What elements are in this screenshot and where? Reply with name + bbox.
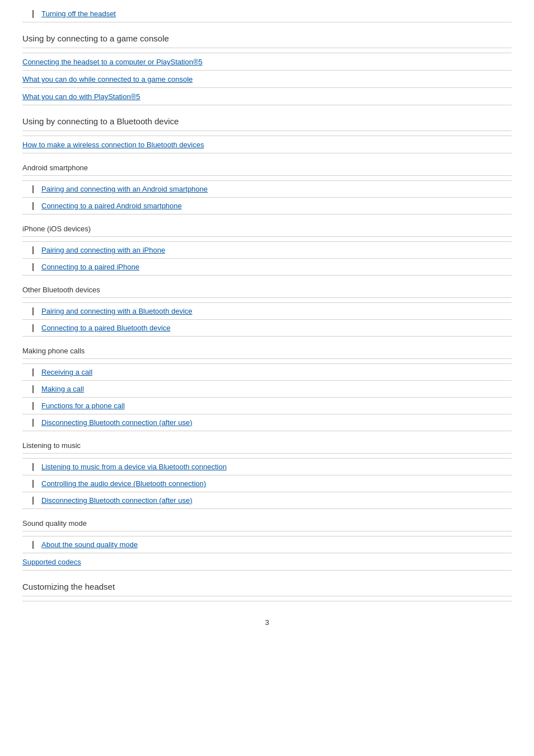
indent-marker-bt-connect — [32, 324, 38, 332]
turning-off-headset-link[interactable]: Turning off the headset — [41, 10, 116, 18]
indent-marker-making — [32, 385, 38, 393]
bluetooth-label: Using by connecting to a Bluetooth devic… — [22, 111, 512, 131]
game-console-do-row: What you can do while connected to a gam… — [22, 71, 512, 88]
control-audio-row: Controlling the audio device (Bluetooth … — [22, 475, 512, 492]
receiving-call-row: Receiving a call — [22, 364, 512, 381]
other-bt-label: Other Bluetooth devices — [22, 281, 512, 298]
bt-pair-link[interactable]: Pairing and connecting with a Bluetooth … — [41, 307, 193, 315]
phone-calls-label: Making phone calls — [22, 342, 512, 359]
bt-connect-row: Connecting to a paired Bluetooth device — [22, 320, 512, 337]
android-subsection: Android smartphone — [22, 153, 512, 181]
indent-marker-disconnect-music — [32, 497, 38, 505]
indent-marker — [32, 10, 38, 18]
indent-marker-iphone-connect — [32, 263, 38, 271]
top-indented-item: Turning off the headset — [22, 6, 512, 22]
sound-quality-about-row: About the sound quality mode — [22, 536, 512, 553]
disconnect-bt-phone-row: Disconnecting Bluetooth connection (afte… — [22, 414, 512, 431]
iphone-connect-row: Connecting to a paired iPhone — [22, 259, 512, 276]
iphone-pair-link[interactable]: Pairing and connecting with an iPhone — [41, 246, 165, 254]
indent-marker-disconnect-phone — [32, 419, 38, 427]
indent-marker-android-pair — [32, 185, 38, 193]
indent-marker-receiving — [32, 368, 38, 376]
indent-marker-bt-pair — [32, 307, 38, 315]
indent-marker-music-bt — [32, 463, 38, 471]
iphone-pair-row: Pairing and connecting with an iPhone — [22, 242, 512, 259]
receiving-call-link[interactable]: Receiving a call — [41, 368, 92, 376]
making-call-link[interactable]: Making a call — [41, 385, 84, 393]
music-bt-link[interactable]: Listening to music from a device via Blu… — [41, 463, 227, 471]
toc-list: Turning off the headset Using by connect… — [22, 6, 512, 601]
ps5-do-link[interactable]: What you can do with PlayStation®5 — [22, 92, 140, 101]
customizing-label: Customizing the headset — [22, 576, 512, 596]
other-bt-subsection: Other Bluetooth devices — [22, 276, 512, 303]
indent-marker-functions — [32, 402, 38, 410]
wireless-bluetooth-row: How to make a wireless connection to Blu… — [22, 136, 512, 153]
android-pair-row: Pairing and connecting with an Android s… — [22, 181, 512, 198]
disconnect-bt-phone-link[interactable]: Disconnecting Bluetooth connection (afte… — [41, 418, 193, 427]
bt-connect-link[interactable]: Connecting to a paired Bluetooth device — [41, 324, 171, 332]
disconnect-bt-music-row: Disconnecting Bluetooth connection (afte… — [22, 492, 512, 509]
ps5-connect-link[interactable]: Connecting the headset to a computer or … — [22, 58, 203, 66]
ps5-do-row: What you can do with PlayStation®5 — [22, 88, 512, 105]
android-pair-link[interactable]: Pairing and connecting with an Android s… — [41, 185, 208, 193]
sound-quality-label: Sound quality mode — [22, 515, 512, 531]
music-subsection: Listening to music — [22, 431, 512, 459]
bt-pair-row: Pairing and connecting with a Bluetooth … — [22, 303, 512, 320]
iphone-label: iPhone (iOS devices) — [22, 220, 512, 237]
page-container: Turning off the headset Using by connect… — [0, 0, 534, 649]
iphone-subsection: iPhone (iOS devices) — [22, 214, 512, 242]
indent-marker-iphone-pair — [32, 246, 38, 254]
android-label: Android smartphone — [22, 159, 512, 176]
indent-marker-sound-quality — [32, 541, 38, 549]
sound-quality-subsection: Sound quality mode — [22, 509, 512, 536]
music-label: Listening to music — [22, 437, 512, 454]
control-audio-link[interactable]: Controlling the audio device (Bluetooth … — [41, 479, 206, 488]
game-console-section-header: Using by connecting to a game console — [22, 22, 512, 53]
functions-call-link[interactable]: Functions for a phone call — [41, 402, 125, 410]
page-number: 3 — [22, 618, 512, 627]
phone-calls-subsection: Making phone calls — [22, 337, 512, 364]
wireless-bluetooth-link[interactable]: How to make a wireless connection to Blu… — [22, 141, 204, 149]
ps5-connect-row: Connecting the headset to a computer or … — [22, 53, 512, 71]
indent-marker-android-connect — [32, 202, 38, 210]
android-connect-link[interactable]: Connecting to a paired Android smartphon… — [41, 202, 182, 210]
music-bt-row: Listening to music from a device via Blu… — [22, 459, 512, 475]
game-console-do-link[interactable]: What you can do while connected to a gam… — [22, 75, 193, 83]
supported-codecs-link[interactable]: Supported codecs — [22, 558, 81, 566]
android-connect-row: Connecting to a paired Android smartphon… — [22, 198, 512, 214]
indent-marker-control-audio — [32, 480, 38, 488]
supported-codecs-row: Supported codecs — [22, 553, 512, 571]
making-call-row: Making a call — [22, 381, 512, 398]
bluetooth-section-header: Using by connecting to a Bluetooth devic… — [22, 105, 512, 136]
functions-call-row: Functions for a phone call — [22, 398, 512, 414]
customizing-section-header: Customizing the headset — [22, 571, 512, 601]
sound-quality-about-link[interactable]: About the sound quality mode — [41, 540, 138, 549]
iphone-connect-link[interactable]: Connecting to a paired iPhone — [41, 263, 139, 271]
disconnect-bt-music-link[interactable]: Disconnecting Bluetooth connection (afte… — [41, 496, 193, 505]
game-console-label: Using by connecting to a game console — [22, 28, 512, 48]
